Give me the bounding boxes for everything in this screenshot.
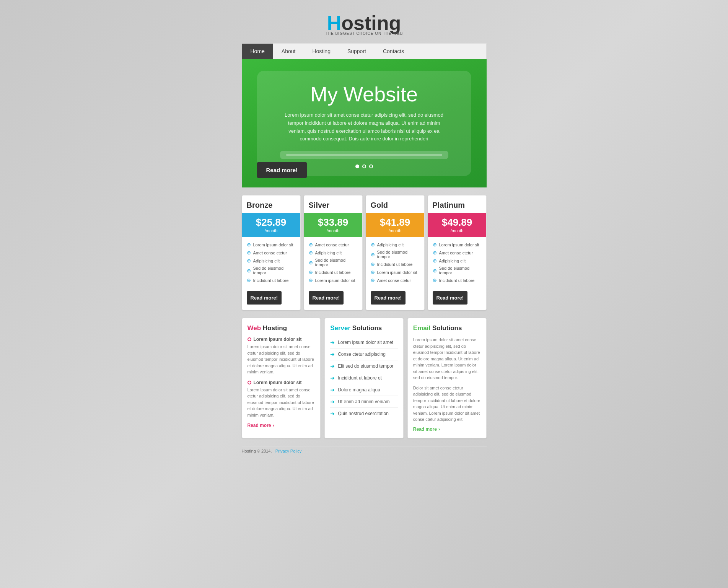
gold-period: /month [370, 228, 420, 233]
platinum-features: ⊕Lorem ipsum dolor sit ⊕Amet conse ctetu… [428, 237, 486, 288]
web-hosting-read-more[interactable]: Read more › [248, 423, 315, 428]
arrow-right-icon: ➜ [330, 339, 335, 345]
silver-price: $33.89 [308, 217, 358, 228]
nav-home[interactable]: Home [242, 44, 273, 59]
arrow-right-icon: ➜ [330, 363, 335, 369]
list-item: ⊕Incididunt ut labore [309, 268, 358, 276]
plus-icon: ⊕ [309, 250, 313, 256]
arrow-right-icon: ➜ [330, 387, 335, 393]
list-item[interactable]: ➜Quis nostrud exercitation [330, 408, 398, 419]
gold-price: $41.89 [370, 217, 420, 228]
plus-icon: ⊕ [309, 269, 313, 275]
pricing-card-gold: Gold $41.89 /month ⊕Adipisicing elit ⊕Se… [366, 195, 425, 310]
plus-icon: ⊕ [371, 261, 375, 267]
arrow-right-icon: ➜ [330, 410, 335, 417]
web-article1-text: Lorem ipsum dolor sit amet conse ctetur … [248, 344, 315, 375]
gold-read-more-button[interactable]: Read more! [371, 291, 406, 305]
plus-icon: ⊕ [247, 277, 251, 283]
silver-period: /month [308, 228, 358, 233]
gold-title: Gold [366, 195, 424, 213]
email-text-1: Lorem ipsum dolor sit amet conse ctetur … [413, 337, 481, 381]
email-solutions-card: Email Solutions Lorem ipsum dolor sit am… [407, 318, 487, 438]
pricing-card-bronze: Bronze $25.89 /month ⊕Lorem ipsum dolor … [242, 195, 301, 310]
plus-icon: ⊕ [309, 277, 313, 283]
server-solutions-list: ➜Lorem ipsum dolor sit amet ➜Conse ctetu… [330, 337, 398, 419]
web-article2-title: Lorem ipsum dolor sit [248, 380, 315, 385]
plus-icon: ⊕ [371, 277, 375, 283]
site-logo: Hosting THE BIGGEST CHOICE ON THE WEB [325, 11, 403, 36]
server-solutions-title-accent: Server [330, 324, 350, 332]
arrow-right-icon: ➜ [330, 351, 335, 357]
hero-input-area [280, 151, 448, 159]
plus-icon: ⊕ [247, 268, 251, 274]
server-solutions-title: Server Solutions [330, 324, 398, 332]
list-item: ⊕Sed do eiusmod tempor [433, 265, 482, 276]
list-item: ⊕Sed do eiusmod tempor [247, 265, 296, 276]
web-article2-text: Lorem ipsum dolor sit amet conse ctetur … [248, 387, 315, 419]
list-item: ⊕Incididunt ut labore [371, 260, 420, 268]
hero-cta-area: Read more! [257, 162, 307, 178]
hero-text: Lorem ipsum dolor sit amet conse ctetur … [280, 111, 448, 143]
pricing-card-platinum: Platinum $49.89 /month ⊕Lorem ipsum dolo… [428, 195, 487, 310]
list-item: ⊕Sed do eiusmod tempor [309, 257, 358, 268]
list-item: ⊕Lorem ipsum dolor sit [371, 268, 420, 276]
platinum-read-more-button[interactable]: Read more! [433, 291, 468, 305]
plus-icon: ⊕ [433, 258, 437, 264]
plus-icon: ⊕ [371, 269, 375, 275]
pricing-card-silver: Silver $33.89 /month ⊕Amet conse ctetur … [304, 195, 363, 310]
platinum-period: /month [432, 228, 482, 233]
silver-title: Silver [304, 195, 362, 213]
nav-about[interactable]: About [273, 44, 304, 59]
gold-features: ⊕Adipisicing elit ⊕Sed do eiusmod tempor… [366, 237, 424, 288]
list-item: ⊕Amet conse ctetur [247, 249, 296, 257]
web-article1-title: Lorem ipsum dolor sit [248, 337, 315, 342]
list-item[interactable]: ➜Ut enim ad minim veniam [330, 396, 398, 408]
chevron-right-icon: › [273, 423, 274, 428]
hero-inner: My Website Lorem ipsum dolor sit amet co… [257, 71, 471, 176]
list-item: ⊕Adipisicing elit [433, 257, 482, 265]
list-item: ⊕Incididunt ut labore [247, 276, 296, 284]
list-item: ⊕Lorem ipsum dolor sit [433, 241, 482, 249]
list-item: ⊕Sed do eiusmod tempor [371, 249, 420, 260]
nav-hosting[interactable]: Hosting [304, 44, 339, 59]
site-header: Hosting THE BIGGEST CHOICE ON THE WEB [242, 11, 487, 36]
list-item: ⊕Incididunt ut labore [433, 276, 482, 284]
list-item: ⊕Amet conse ctetur [433, 249, 482, 257]
list-item[interactable]: ➜Incididunt ut labore et [330, 372, 398, 384]
hero-dot-3[interactable] [369, 165, 373, 168]
list-item: ⊕Lorem ipsum dolor sit [247, 241, 296, 249]
silver-features: ⊕Amet conse ctetur ⊕Adipisicing elit ⊕Se… [304, 237, 362, 288]
hero-dot-1[interactable] [355, 165, 359, 168]
list-item[interactable]: ➜Elit sed do eiusmod tempor [330, 360, 398, 372]
list-item: ⊕Amet conse ctetur [371, 276, 420, 284]
email-solutions-title: Email Solutions [413, 324, 481, 332]
list-item[interactable]: ➜Conse ctetur adipiscing [330, 349, 398, 360]
footer-privacy-link[interactable]: Privacy Policy [275, 449, 301, 453]
plus-icon: ⊕ [247, 250, 251, 256]
server-solutions-card: Server Solutions ➜Lorem ipsum dolor sit … [324, 318, 404, 438]
logo-osting: osting [341, 12, 401, 34]
pricing-section: Bronze $25.89 /month ⊕Lorem ipsum dolor … [242, 195, 487, 310]
list-item[interactable]: ➜Dolore magna aliqua [330, 384, 398, 396]
list-item: ⊕Amet conse ctetur [309, 241, 358, 249]
hero-dot-2[interactable] [362, 165, 366, 168]
bronze-read-more-button[interactable]: Read more! [247, 291, 282, 305]
list-item[interactable]: ➜Lorem ipsum dolor sit amet [330, 337, 398, 349]
nav-contacts[interactable]: Contacts [375, 44, 412, 59]
nav-support[interactable]: Support [339, 44, 375, 59]
web-hosting-title-accent: Web [248, 324, 261, 332]
plus-icon: ⊕ [433, 268, 437, 274]
hero-read-more-button[interactable]: Read more! [257, 162, 307, 178]
circle-icon-2 [248, 381, 251, 384]
silver-read-more-button[interactable]: Read more! [309, 291, 344, 305]
plus-icon: ⊕ [309, 242, 313, 248]
email-solutions-read-more[interactable]: Read more › [413, 427, 481, 432]
web-hosting-title: Web Hosting [248, 324, 315, 332]
bottom-section: Web Hosting Lorem ipsum dolor sit Lorem … [242, 318, 487, 438]
silver-price-box: $33.89 /month [304, 213, 362, 237]
plus-icon: ⊕ [433, 242, 437, 248]
platinum-price: $49.89 [432, 217, 482, 228]
chevron-right-icon: › [438, 427, 440, 432]
bronze-features: ⊕Lorem ipsum dolor sit ⊕Amet conse ctetu… [242, 237, 300, 288]
bronze-title: Bronze [242, 195, 300, 213]
